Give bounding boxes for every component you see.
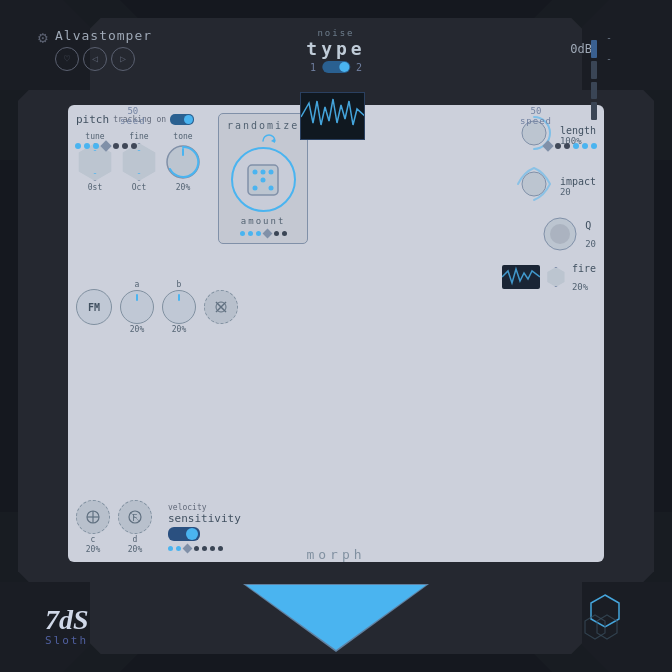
noise-type-toggle[interactable]: 1 2 bbox=[306, 61, 365, 73]
impact-knob-area[interactable] bbox=[514, 164, 554, 209]
osc-a-knob[interactable] bbox=[120, 290, 154, 324]
osc-c-label: c bbox=[91, 535, 96, 544]
noise-section: noise type 1 2 bbox=[306, 28, 365, 73]
noise-type-label: type bbox=[306, 38, 365, 59]
oscillators-row: FM a 20% b 20% bbox=[76, 280, 449, 334]
osc-x-button[interactable] bbox=[204, 290, 238, 324]
noise-speed-section: 50 speed bbox=[520, 106, 552, 126]
dice-icon bbox=[244, 161, 282, 199]
osc-cd-row: c 20% F d 20% velocity sensitivity bbox=[76, 500, 449, 554]
osc-a-value: 20% bbox=[130, 325, 144, 334]
logo-area: 7dS Sloth bbox=[45, 606, 89, 647]
noise-seed-label: seed bbox=[120, 116, 146, 126]
morph-section: morph bbox=[306, 546, 365, 564]
fire-control: fire 20% bbox=[502, 259, 596, 295]
tone-knob-container: tone 20% bbox=[164, 132, 202, 192]
noise-seed-speed-row: 50 seed 50 speed bbox=[120, 92, 552, 140]
hex-cluster bbox=[583, 593, 627, 650]
heart-nav-button[interactable]: ♡ bbox=[55, 47, 79, 71]
sensitivity-toggle[interactable] bbox=[168, 527, 200, 541]
osc-a-container: a 20% bbox=[120, 280, 154, 334]
vert-meter bbox=[591, 40, 597, 120]
db-level: 0dB bbox=[570, 42, 592, 56]
noise-speed-value: 50 bbox=[531, 106, 542, 116]
waveform-display bbox=[300, 92, 365, 140]
amount-label: amount bbox=[241, 216, 286, 226]
svg-point-18 bbox=[522, 172, 546, 196]
osc-b-value: 20% bbox=[172, 325, 186, 334]
velocity-label: velocity bbox=[168, 503, 207, 512]
noise-type-1[interactable]: 1 bbox=[310, 62, 316, 73]
fire-knob[interactable] bbox=[546, 267, 566, 287]
fm-button[interactable]: FM bbox=[76, 289, 112, 325]
q-control: Q 20 bbox=[541, 215, 596, 253]
svg-point-11 bbox=[253, 169, 258, 174]
tune-knob-container: tune 0st bbox=[76, 132, 114, 192]
fine-knob-container: fine Oct bbox=[120, 132, 158, 192]
dice-button[interactable] bbox=[231, 147, 296, 212]
osc-d-icon: F bbox=[127, 509, 143, 525]
sensitivity-label: sensitivity bbox=[168, 512, 241, 525]
length-label: length bbox=[560, 125, 596, 136]
fire-label: fire bbox=[572, 263, 596, 274]
osc-x-icon bbox=[213, 299, 229, 315]
osc-b-knob[interactable] bbox=[162, 290, 196, 324]
osc-c-knob[interactable] bbox=[76, 500, 110, 534]
tune-value: 0st bbox=[88, 183, 102, 192]
svg-point-13 bbox=[269, 169, 274, 174]
osc-b-label: b bbox=[177, 280, 182, 289]
fire-value: 20% bbox=[572, 282, 588, 292]
svg-point-16 bbox=[261, 177, 266, 182]
svg-point-15 bbox=[269, 185, 274, 190]
hex-cluster-svg bbox=[583, 593, 627, 645]
q-value: 20 bbox=[585, 239, 596, 249]
plugin-wrapper: ⚙ Alvastomper ♡ ◁ ▷ 0dB noise type 1 2 bbox=[0, 0, 672, 672]
forward-nav-button[interactable]: ▷ bbox=[111, 47, 135, 71]
app-header: Alvastomper ♡ ◁ ▷ bbox=[55, 28, 152, 71]
morph-label: morph bbox=[306, 547, 365, 562]
tune-label: tune bbox=[85, 132, 104, 141]
q-label: Q bbox=[585, 220, 591, 231]
osc-c-icon bbox=[85, 509, 101, 525]
impact-value: 20 bbox=[560, 187, 571, 197]
pitch-row: pitch tracking on tune 0st bbox=[76, 113, 596, 295]
brand-logo: 7dS bbox=[45, 606, 89, 634]
fire-waveform bbox=[502, 265, 540, 289]
velocity-section: velocity sensitivity bbox=[168, 503, 241, 552]
product-name: Sloth bbox=[45, 634, 89, 647]
osc-a-label: a bbox=[135, 280, 140, 289]
q-knob[interactable] bbox=[541, 215, 579, 253]
osc-d-value: 20% bbox=[128, 545, 142, 554]
osc-c-container: c 20% bbox=[76, 500, 110, 554]
morph-arrow[interactable] bbox=[246, 585, 426, 650]
noise-seed-section: 50 seed bbox=[120, 106, 146, 126]
back-nav-button[interactable]: ◁ bbox=[83, 47, 107, 71]
db-knob[interactable] bbox=[598, 38, 620, 60]
fine-value: Oct bbox=[132, 183, 146, 192]
osc-d-container: F d 20% bbox=[118, 500, 152, 554]
noise-speed-label: speed bbox=[520, 116, 552, 126]
noise-type-2[interactable]: 2 bbox=[356, 62, 362, 73]
svg-point-14 bbox=[253, 185, 258, 190]
osc-b-container: b 20% bbox=[162, 280, 196, 334]
noise-label: noise bbox=[306, 28, 365, 38]
pitch-label: pitch bbox=[76, 113, 109, 126]
noise-seed-value: 50 bbox=[127, 106, 138, 116]
sensitivity-dots[interactable] bbox=[168, 545, 223, 552]
svg-point-12 bbox=[261, 169, 266, 174]
impact-label: impact bbox=[560, 176, 596, 187]
osc-c-value: 20% bbox=[86, 545, 100, 554]
svg-marker-32 bbox=[585, 615, 605, 639]
svg-point-20 bbox=[550, 224, 570, 244]
app-name: Alvastomper bbox=[55, 28, 152, 43]
amount-dots[interactable] bbox=[240, 230, 287, 237]
osc-d-knob[interactable]: F bbox=[118, 500, 152, 534]
impact-control: impact 20 bbox=[514, 164, 596, 209]
tone-value: 20% bbox=[176, 183, 190, 192]
inner-panel: pitch tracking on tune 0st bbox=[68, 105, 604, 562]
osc-d-label: d bbox=[133, 535, 138, 544]
noise-seed-dots[interactable] bbox=[75, 142, 597, 150]
